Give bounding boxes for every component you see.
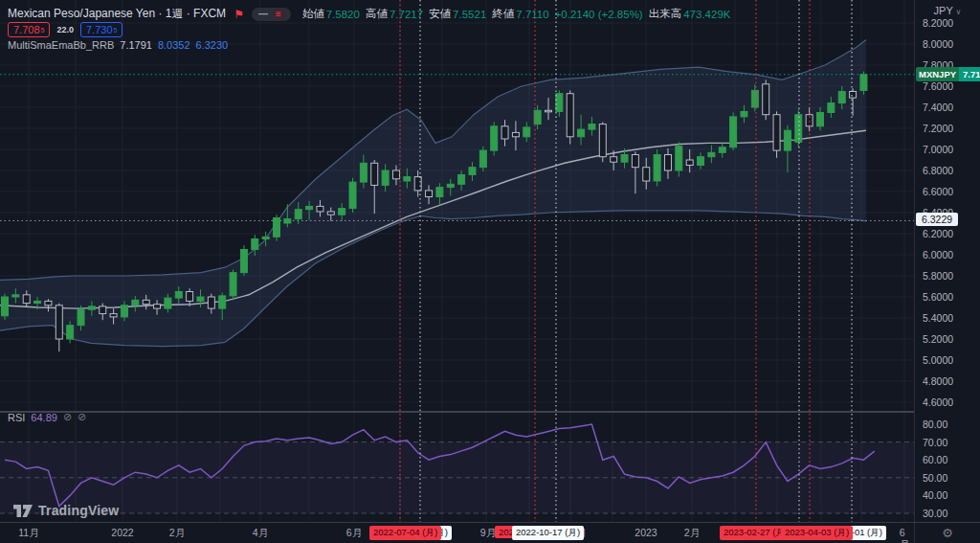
- rsi-tick: 30.00: [923, 508, 947, 519]
- close-value: 7.7110: [516, 9, 548, 20]
- indicator-name[interactable]: MultiSmaEmaBb_RRB: [8, 39, 114, 51]
- price-tick: 5.2000: [923, 333, 953, 345]
- price-tick: 7.2000: [923, 123, 953, 134]
- bid-button[interactable]: 7.7085: [8, 22, 50, 37]
- price-tick: 4.6000: [923, 396, 953, 408]
- price-tick: 6.6000: [923, 186, 953, 197]
- time-tick: 2月: [684, 527, 700, 540]
- flag-icon[interactable]: ⚑: [234, 8, 244, 21]
- price-tick: 5.0000: [923, 354, 953, 366]
- price-tick: 6.2000: [923, 228, 953, 239]
- indicator-upper-value: 8.0352: [158, 39, 190, 51]
- time-tick: 11月: [18, 527, 38, 540]
- main-chart-canvas[interactable]: [0, 0, 914, 522]
- change-value: +0.2140 (+2.85%): [555, 9, 643, 20]
- high-value: 7.7217: [390, 9, 423, 20]
- tradingview-logo[interactable]: TradingView: [12, 503, 119, 518]
- rsi-name[interactable]: RSI: [8, 412, 25, 423]
- rsi-tick: 70.00: [923, 437, 947, 448]
- rsi-tick: 80.00: [923, 419, 947, 430]
- rsi-legend-row: RSI 64.89 ⊘ ⊘: [8, 411, 86, 423]
- rsi-tick: 60.00: [923, 454, 947, 465]
- time-tick: 4月: [253, 527, 268, 540]
- rsi-tick: 50.00: [923, 472, 947, 484]
- price-tick: 7.0000: [923, 144, 953, 155]
- time-tick: 6月: [900, 527, 910, 543]
- price-tick: 7.4000: [923, 102, 953, 113]
- band-price-badge: 6.3229: [916, 213, 958, 226]
- date-marker-badge: 2023-04-03 (月): [781, 526, 853, 540]
- time-tick: 9月: [480, 527, 496, 540]
- open-value: 7.5820: [326, 9, 360, 20]
- price-tick: 6.0000: [923, 249, 953, 260]
- low-value: 7.5521: [453, 9, 486, 20]
- bid-ask-row: 7.7085 22.0 7.7305: [8, 22, 122, 37]
- time-tick: 2022: [111, 527, 133, 538]
- indicator-legend-row: MultiSmaEmaBb_RRB 7.1791 8.0352 6.3230: [8, 39, 228, 51]
- price-tick: 5.8000: [923, 270, 953, 282]
- indicator-lower-value: 6.3230: [196, 39, 229, 51]
- gear-icon[interactable]: ⚙: [942, 526, 953, 540]
- pane-separator[interactable]: [0, 411, 980, 413]
- open-label: 始値: [302, 7, 324, 21]
- price-tick: 5.6000: [923, 291, 953, 303]
- axis-corner: ⚙: [914, 522, 980, 543]
- chevron-down-icon: ∨: [956, 8, 962, 16]
- tradingview-logo-icon: [12, 504, 33, 518]
- low-label: 安値: [429, 7, 451, 21]
- price-tick: 5.4000: [923, 312, 953, 324]
- price-axis[interactable]: JPY ∨ MXNJPY7.7110 6.3229 8.20008.00007.…: [914, 0, 980, 522]
- circle-slash-icon[interactable]: ⊘: [78, 411, 86, 423]
- minus-icon[interactable]: —: [258, 9, 268, 19]
- close-label: 終値: [492, 7, 514, 21]
- price-tick: 7.6000: [923, 80, 953, 92]
- spread-value: 22.0: [56, 25, 74, 34]
- ask-button[interactable]: 7.7305: [80, 22, 122, 37]
- price-tick: 6.8000: [923, 165, 953, 176]
- high-label: 高値: [366, 7, 388, 21]
- rsi-tick: 40.00: [923, 489, 947, 501]
- time-tick: 2月: [169, 527, 185, 540]
- last-price-badge: MXNJPY7.7110: [916, 67, 980, 81]
- rsi-value: 64.89: [31, 412, 57, 423]
- circle-slash-icon[interactable]: ⊘: [63, 411, 72, 423]
- symbol-title[interactable]: Mexican Peso/Japanese Yen · 1週 · FXCM: [8, 6, 226, 22]
- price-tick: 8.2000: [923, 17, 953, 29]
- legend-toggle-pill[interactable]: —≡: [252, 8, 291, 21]
- time-axis[interactable]: 11月20222月4月6月9月11月20232月6月2022-07-04 (月)…: [0, 522, 914, 543]
- price-tick: 8.0000: [923, 38, 953, 50]
- lines-icon[interactable]: ≡: [273, 9, 284, 19]
- volume-value: 473.429K: [683, 9, 730, 20]
- price-tick: 4.8000: [923, 375, 953, 387]
- indicator-mid-value: 7.1791: [120, 39, 152, 51]
- date-marker-badge: 2022-10-17 (月): [512, 526, 584, 540]
- time-tick: 6月: [346, 527, 362, 540]
- date-marker-badge: 2022-07-04 (月): [369, 526, 441, 540]
- symbol-legend-row: Mexican Peso/Japanese Yen · 1週 · FXCM ⚑ …: [8, 6, 730, 22]
- tradingview-chart-window: Mexican Peso/Japanese Yen · 1週 · FXCM ⚑ …: [0, 0, 980, 543]
- time-tick: 2023: [635, 527, 657, 538]
- currency-axis-button[interactable]: JPY ∨: [915, 5, 980, 16]
- volume-label: 出来高: [649, 7, 682, 21]
